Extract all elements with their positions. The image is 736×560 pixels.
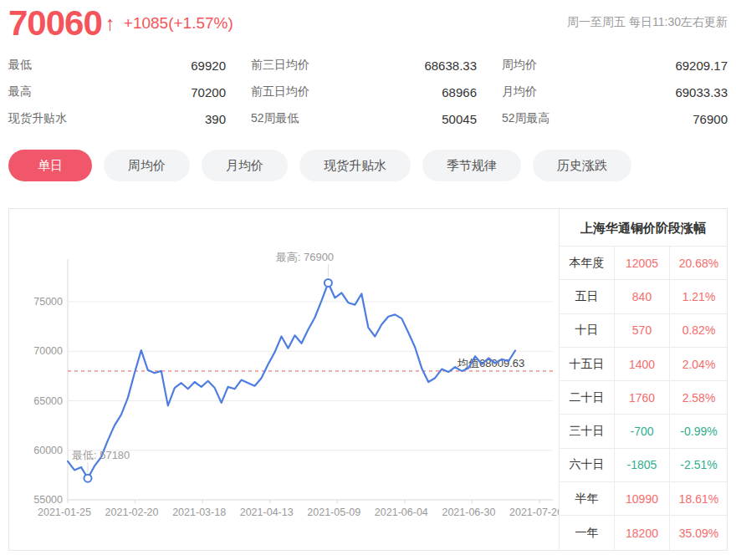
change-value: 1400 [615, 348, 670, 380]
tab-weekly-avg[interactable]: 周均价 [104, 150, 190, 181]
stat-item: 前三日均价68638.33 [251, 52, 477, 79]
change-percent: 0.82% [670, 314, 728, 347]
table-row: 六十日-1805-2.51% [560, 449, 727, 482]
price-series-line [68, 283, 515, 479]
stat-value: 70200 [191, 85, 226, 99]
stat-label: 52周最高 [502, 111, 550, 126]
change-value: 10990 [615, 482, 670, 515]
stat-value: 68638.33 [424, 59, 477, 73]
stat-value: 69033.33 [675, 85, 728, 99]
table-row: 五日8401.21% [560, 280, 727, 313]
change-value: -1805 [615, 449, 670, 481]
x-tick-label: 2021-07-26 [509, 507, 559, 518]
change-percent: 18.61% [670, 482, 728, 515]
stat-value: 68966 [442, 85, 477, 99]
period-label: 五日 [560, 280, 615, 313]
change-percent: 1.21% [670, 280, 728, 313]
period-label: 三十日 [560, 415, 615, 447]
period-change-table: 上海华通铜价阶段涨幅 本年度1200520.68%五日8401.21%十日570… [559, 209, 727, 550]
period-label: 半年 [560, 482, 615, 515]
y-tick-label: 70000 [33, 345, 63, 357]
stat-value: 69209.17 [675, 59, 728, 73]
change-value: 570 [615, 314, 670, 347]
stat-item: 52周最高76900 [502, 105, 728, 132]
stat-item: 52周最低50045 [251, 105, 477, 132]
max-point-marker [325, 279, 332, 287]
y-tick-label: 60000 [33, 445, 63, 456]
max-annotation-label: 最高: 76900 [276, 251, 334, 263]
price-header: 70060↑+1085(+1.57%) 周一至周五 每日11:30左右更新 [8, 3, 728, 47]
change-percent: -2.51% [670, 449, 728, 481]
change-percent: 35.09% [670, 516, 728, 549]
x-tick-label: 2021-06-04 [375, 507, 428, 518]
stats-grid: 最低69920前三日均价68638.33周均价69209.17最高70200前五… [8, 52, 728, 132]
y-tick-label: 75000 [33, 296, 63, 308]
stat-value: 50045 [442, 112, 477, 126]
table-row: 一年1820035.09% [560, 516, 727, 549]
change-value: 840 [615, 280, 670, 313]
tab-bar: 单日周均价月均价现货升贴水季节规律历史涨跌 [8, 150, 631, 181]
up-arrow-icon: ↑ [105, 12, 115, 34]
stat-item: 最低69920 [8, 52, 226, 79]
table-row: 半年1099018.61% [560, 482, 727, 516]
change-percent: -0.99% [670, 415, 728, 447]
price-change: +1085(+1.57%) [124, 14, 233, 32]
stat-label: 前三日均价 [251, 58, 309, 73]
change-value: 12005 [615, 247, 670, 279]
table-row: 三十日-700-0.99% [560, 415, 727, 448]
table-row: 十日5700.82% [560, 314, 727, 348]
tab-single-day[interactable]: 单日 [8, 150, 92, 181]
tab-seasonal-pattern[interactable]: 季节规律 [422, 150, 521, 181]
x-tick-label: 2021-04-13 [240, 507, 294, 518]
stat-label: 月均价 [502, 84, 537, 99]
table-row: 二十日17602.58% [560, 381, 727, 415]
stat-item: 周均价69209.17 [502, 52, 728, 79]
stat-label: 周均价 [502, 58, 537, 73]
chart-card: 55000600006500070000750002021-01-252021-… [8, 208, 728, 551]
x-tick-label: 2021-02-20 [105, 507, 159, 518]
x-tick-label: 2021-03-18 [172, 507, 226, 518]
change-percent: 2.04% [670, 348, 728, 380]
y-tick-label: 55000 [33, 494, 63, 506]
stat-label: 现货升贴水 [8, 111, 67, 126]
copper-price-page: 70060↑+1085(+1.57%) 周一至周五 每日11:30左右更新 最低… [0, 0, 736, 560]
period-label: 本年度 [560, 247, 615, 279]
stat-value: 390 [205, 112, 226, 126]
change-value: 18200 [615, 516, 670, 549]
tab-spot-premium[interactable]: 现货升贴水 [299, 150, 411, 181]
stat-item: 现货升贴水390 [8, 105, 226, 132]
min-annotation-label: 最低: 57180 [72, 449, 130, 461]
x-tick-label: 2021-05-09 [307, 507, 360, 518]
stat-label: 最低 [8, 58, 32, 73]
period-label: 六十日 [560, 449, 615, 481]
x-tick-label: 2021-06-30 [442, 507, 495, 518]
stat-value: 76900 [693, 112, 728, 126]
period-label: 十日 [560, 314, 615, 347]
tab-historical-change[interactable]: 历史涨跌 [533, 150, 631, 181]
stat-item: 最高70200 [8, 79, 226, 105]
x-tick-label: 2021-01-25 [38, 507, 91, 518]
min-point-marker [84, 475, 91, 482]
change-percent: 2.58% [670, 381, 728, 414]
stat-item: 月均价69033.33 [502, 79, 728, 105]
change-percent: 20.68% [670, 247, 728, 279]
stat-label: 最高 [8, 84, 32, 99]
table-row: 十五日14002.04% [560, 348, 727, 381]
tab-monthly-avg[interactable]: 月均价 [202, 150, 288, 181]
table-row: 本年度1200520.68% [560, 247, 727, 280]
price-line-chart[interactable]: 55000600006500070000750002021-01-252021-… [9, 209, 559, 550]
table-body: 本年度1200520.68%五日8401.21%十日5700.82%十五日140… [560, 247, 727, 550]
update-schedule-note: 周一至周五 每日11:30左右更新 [567, 15, 728, 30]
current-price: 70060 [8, 3, 102, 43]
stat-item: 前五日均价68966 [251, 79, 477, 105]
period-label: 一年 [560, 516, 615, 549]
change-value: 1760 [615, 381, 670, 414]
table-title: 上海华通铜价阶段涨幅 [560, 209, 727, 247]
stat-label: 52周最低 [251, 111, 299, 126]
period-label: 二十日 [560, 381, 615, 414]
stat-label: 前五日均价 [251, 84, 309, 99]
change-value: -700 [615, 415, 670, 447]
y-tick-label: 65000 [33, 395, 63, 407]
stat-value: 69920 [191, 59, 226, 73]
period-label: 十五日 [560, 348, 615, 380]
